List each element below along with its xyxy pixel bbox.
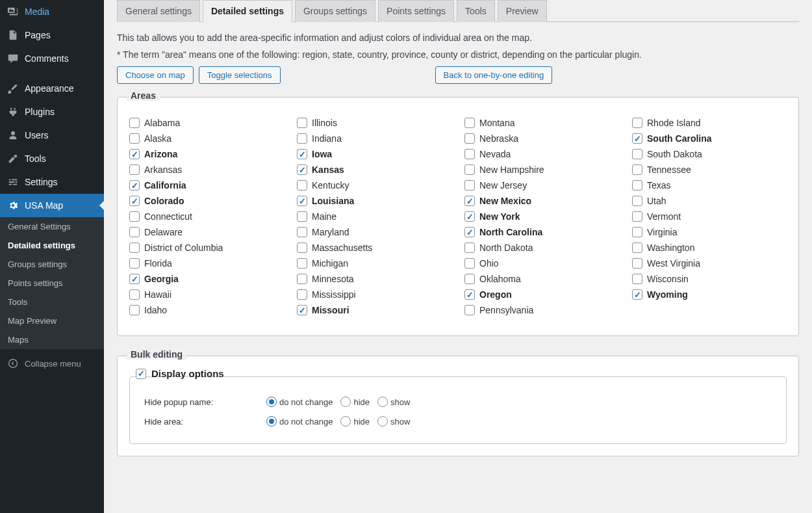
- area-label[interactable]: West Virginia: [647, 258, 700, 269]
- area-label[interactable]: Montana: [479, 118, 514, 128]
- area-checkbox-row[interactable]: Indiana: [297, 133, 451, 144]
- radio-button[interactable]: [340, 397, 351, 407]
- area-checkbox-row[interactable]: Montana: [464, 117, 619, 129]
- area-label[interactable]: Arizona: [144, 149, 177, 159]
- area-label[interactable]: Louisiana: [312, 196, 354, 206]
- area-checkbox[interactable]: [129, 289, 140, 300]
- area-checkbox-row[interactable]: Washington: [632, 242, 787, 254]
- area-checkbox[interactable]: [297, 243, 307, 253]
- area-checkbox[interactable]: [297, 211, 307, 222]
- area-checkbox-row[interactable]: Utah: [632, 195, 787, 207]
- area-checkbox-row[interactable]: Ohio: [464, 257, 619, 269]
- area-checkbox[interactable]: [297, 289, 307, 300]
- area-label[interactable]: Washington: [647, 243, 694, 253]
- submenu-item[interactable]: Points settings: [0, 274, 104, 293]
- area-checkbox[interactable]: [297, 118, 307, 128]
- area-checkbox[interactable]: [464, 227, 475, 237]
- display-options-checkbox[interactable]: [136, 369, 146, 379]
- area-label[interactable]: Connecticut: [144, 211, 192, 222]
- area-label[interactable]: Tennessee: [647, 164, 691, 175]
- area-label[interactable]: Alabama: [144, 118, 180, 128]
- area-checkbox[interactable]: [464, 243, 475, 253]
- area-label[interactable]: Texas: [647, 180, 671, 191]
- area-checkbox[interactable]: [129, 164, 140, 175]
- area-checkbox-row[interactable]: Nebraska: [464, 133, 619, 144]
- area-label[interactable]: Minnesota: [312, 274, 354, 284]
- tab-points[interactable]: Points settings: [378, 0, 454, 22]
- area-label[interactable]: Maine: [312, 211, 336, 222]
- area-label[interactable]: Ohio: [479, 258, 499, 269]
- sidebar-item-pages[interactable]: Pages: [0, 23, 104, 47]
- area-checkbox[interactable]: [297, 227, 307, 237]
- area-checkbox-row[interactable]: Georgia: [129, 273, 284, 285]
- area-label[interactable]: Missouri: [312, 305, 349, 315]
- tab-detailed[interactable]: Detailed settings: [203, 0, 292, 22]
- area-label[interactable]: Utah: [647, 196, 666, 206]
- radio-button[interactable]: [377, 397, 388, 407]
- area-label[interactable]: California: [144, 180, 186, 191]
- area-label[interactable]: Delaware: [144, 227, 183, 237]
- area-checkbox-row[interactable]: California: [129, 179, 284, 191]
- area-checkbox-row[interactable]: New York: [464, 211, 619, 222]
- area-checkbox-row[interactable]: Iowa: [297, 148, 451, 160]
- sidebar-item-tools[interactable]: Tools: [0, 147, 104, 170]
- area-checkbox[interactable]: [129, 196, 140, 206]
- radio-label[interactable]: show: [390, 397, 410, 407]
- area-checkbox-row[interactable]: Arkansas: [129, 164, 284, 176]
- area-checkbox[interactable]: [632, 180, 642, 191]
- area-checkbox-row[interactable]: Massachusetts: [297, 242, 451, 254]
- area-checkbox-row[interactable]: Colorado: [129, 195, 284, 207]
- back-to-editing-button[interactable]: Back to one-by-one editing: [435, 66, 553, 84]
- area-label[interactable]: Alaska: [144, 133, 171, 144]
- area-checkbox-row[interactable]: Minnesota: [297, 273, 451, 285]
- radio-label[interactable]: do not change: [279, 417, 333, 427]
- area-label[interactable]: Arkansas: [144, 164, 182, 175]
- area-label[interactable]: Georgia: [144, 274, 179, 284]
- choose-on-map-button[interactable]: Choose on map: [117, 66, 194, 84]
- submenu-item[interactable]: General Settings: [0, 217, 104, 236]
- area-checkbox-row[interactable]: New Mexico: [464, 195, 619, 207]
- area-checkbox[interactable]: [129, 274, 140, 284]
- area-checkbox-row[interactable]: Alaska: [129, 133, 284, 144]
- area-label[interactable]: New Hampshire: [479, 164, 544, 175]
- area-checkbox[interactable]: [297, 133, 307, 144]
- area-checkbox[interactable]: [464, 180, 475, 191]
- tab-groups[interactable]: Groups settings: [295, 0, 375, 22]
- area-label[interactable]: Rhode Island: [647, 118, 701, 128]
- area-checkbox-row[interactable]: Idaho: [129, 304, 284, 316]
- area-checkbox[interactable]: [464, 133, 475, 144]
- area-label[interactable]: New Mexico: [479, 196, 531, 206]
- area-label[interactable]: Virginia: [647, 227, 677, 237]
- area-checkbox[interactable]: [632, 149, 642, 159]
- submenu-item[interactable]: Groups settings: [0, 255, 104, 274]
- area-checkbox-row[interactable]: Mississippi: [297, 289, 451, 300]
- area-checkbox[interactable]: [464, 289, 475, 300]
- area-label[interactable]: Kentucky: [312, 180, 349, 191]
- radio-button[interactable]: [266, 397, 277, 407]
- radio-label[interactable]: show: [390, 417, 410, 427]
- area-label[interactable]: Nebraska: [479, 133, 518, 144]
- radio-button[interactable]: [340, 416, 351, 427]
- tab-general[interactable]: General settings: [117, 0, 200, 22]
- area-checkbox[interactable]: [632, 133, 642, 144]
- area-label[interactable]: Florida: [144, 258, 172, 269]
- area-checkbox[interactable]: [632, 274, 642, 284]
- area-checkbox[interactable]: [464, 305, 475, 315]
- area-label[interactable]: South Dakota: [647, 149, 702, 159]
- area-checkbox-row[interactable]: Illinois: [297, 117, 451, 129]
- area-label[interactable]: Indiana: [312, 133, 342, 144]
- area-checkbox[interactable]: [129, 227, 140, 237]
- area-checkbox-row[interactable]: Texas: [632, 179, 787, 191]
- area-checkbox-row[interactable]: Kansas: [297, 164, 451, 176]
- toggle-selections-button[interactable]: Toggle selections: [199, 66, 281, 84]
- sidebar-item-users[interactable]: Users: [0, 124, 104, 147]
- area-checkbox-row[interactable]: Kentucky: [297, 179, 451, 191]
- area-label[interactable]: North Carolina: [479, 227, 542, 237]
- area-checkbox[interactable]: [297, 274, 307, 284]
- area-checkbox-row[interactable]: Wisconsin: [632, 273, 787, 285]
- sidebar-item-comments[interactable]: Comments: [0, 47, 104, 70]
- area-label[interactable]: Kansas: [312, 164, 344, 175]
- area-label[interactable]: Wisconsin: [647, 274, 689, 284]
- collapse-menu-button[interactable]: Collapse menu: [0, 352, 104, 375]
- area-checkbox-row[interactable]: Pennsylvania: [464, 304, 619, 316]
